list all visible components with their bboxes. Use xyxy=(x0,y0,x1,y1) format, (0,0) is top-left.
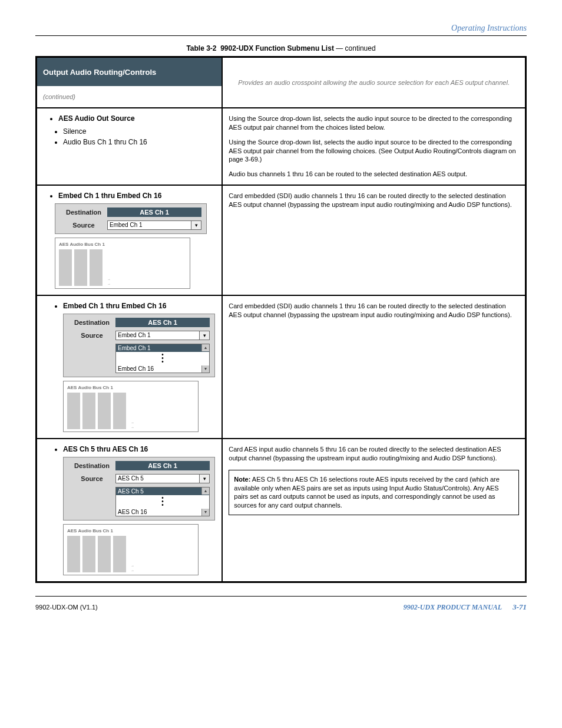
table-row: AES Ch 5 thru AES Ch 16 Destination AES … xyxy=(37,439,526,582)
dropdown-option[interactable]: AES Ch 16 xyxy=(116,508,209,516)
function-table: Output Audio Routing/Controls (continued… xyxy=(35,56,527,583)
scroll-up-icon[interactable]: ▴ xyxy=(201,487,209,495)
list-item: Silence xyxy=(63,127,216,136)
destination-chip: AES Ch 1 xyxy=(115,461,210,470)
destination-label: Destination xyxy=(68,462,115,469)
diagram-output: →→ xyxy=(105,278,186,286)
diagram-block xyxy=(98,536,111,572)
source-dropdown-list[interactable]: ▴ AES Ch 5 ••• AES Ch 16 ▾ xyxy=(115,487,210,516)
list-item: Embed Ch 1 thru Embed Ch 16 xyxy=(63,302,216,310)
chevron-down-icon: ▾ xyxy=(191,221,201,229)
diagram-output: →→ xyxy=(128,421,194,429)
table-title-mid: 9902-UDX Function Submenu List xyxy=(220,44,334,52)
footer-mid: 9902-UDX PRODUCT MANUAL xyxy=(404,603,502,612)
fn-column-header: Provides an audio crosspoint allowing th… xyxy=(223,74,525,91)
note-heading: Note: xyxy=(234,476,250,483)
intro-text: Using the Source drop-down list, selects… xyxy=(229,114,519,132)
bus-diagram: AES Audio Bus Ch 1 →→ xyxy=(55,238,190,289)
source-dropdown-list[interactable]: ▴ Embed Ch 1 ••• Embed Ch 16 ▾ xyxy=(115,344,210,373)
source-select[interactable]: AES Ch 5 ▾ xyxy=(115,474,210,483)
diagram-block xyxy=(98,393,111,429)
diagram-output: →→ xyxy=(128,564,194,572)
source-select-value: Embed Ch 1 xyxy=(116,331,199,340)
aes-out-source-label: AES Audio Out Source xyxy=(58,114,135,123)
chevron-down-icon: ▾ xyxy=(199,331,209,340)
destination-chip: AES Ch 1 xyxy=(115,318,210,327)
aes-desc: Card AES input audio channels 5 thru 16 … xyxy=(229,445,519,463)
source-panel: Destination AES Ch 1 Source Embed Ch 1 ▾ xyxy=(55,203,207,234)
embed-desc: Card embedded (SDI) audio channels 1 thr… xyxy=(229,192,519,209)
diagram-block xyxy=(74,249,87,286)
diagram-block xyxy=(113,393,126,429)
diagram-title: AES Audio Bus Ch 1 xyxy=(59,242,186,247)
diagram-block xyxy=(67,393,80,429)
table-title: Table 3-2 9902-UDX Function Submenu List… xyxy=(35,44,527,52)
header-right: Operating Instructions xyxy=(35,24,527,33)
note-body: AES Ch 5 thru AES Ch 16 selections route… xyxy=(234,476,500,509)
table-header-row: Output Audio Routing/Controls (continued… xyxy=(37,57,526,108)
row2-desc: Audio bus channels 1 thru 16 can be rout… xyxy=(229,170,519,179)
source-select-value: Embed Ch 1 xyxy=(108,221,191,229)
diagram-block xyxy=(90,249,103,286)
diagram-block xyxy=(59,249,72,286)
footer: 9902-UDX-OM (V1.1) 9902-UDX PRODUCT MANU… xyxy=(35,602,527,612)
row1-desc: Using the Source drop-down list, selects… xyxy=(229,138,519,164)
list-item: Audio Bus Ch 1 thru Ch 16 xyxy=(63,138,216,146)
source-panel-open: Destination AES Ch 1 Source AES Ch 5 ▾ ▴… xyxy=(63,457,215,521)
table-row: AES Audio Out Source Silence Audio Bus C… xyxy=(37,108,526,185)
destination-label: Destination xyxy=(68,319,115,326)
list-item: AES Audio Out Source xyxy=(58,114,216,123)
diagram-title: AES Audio Bus Ch 1 xyxy=(67,385,194,390)
page-number: 3-71 xyxy=(513,602,527,612)
section-header-bar: Output Audio Routing/Controls xyxy=(37,58,222,86)
bus-diagram: AES Audio Bus Ch 1 →→ xyxy=(63,381,199,432)
footer-rule xyxy=(35,596,527,597)
destination-chip: AES Ch 1 xyxy=(107,207,201,217)
page: Operating Instructions Table 3-2 9902-UD… xyxy=(0,0,562,728)
footer-left: 9902-UDX-OM (V1.1) xyxy=(35,604,98,611)
source-select-value: AES Ch 5 xyxy=(116,475,199,483)
source-panel-open: Destination AES Ch 1 Source Embed Ch 1 ▾… xyxy=(63,314,215,377)
scroll-down-icon[interactable]: ▾ xyxy=(201,365,209,373)
list-item: AES Ch 5 thru AES Ch 16 xyxy=(63,445,216,453)
dropdown-option[interactable]: Embed Ch 16 xyxy=(116,365,209,373)
chevron-down-icon: ▾ xyxy=(199,475,209,483)
source-select[interactable]: Embed Ch 1 ▾ xyxy=(107,220,201,230)
scroll-up-icon[interactable]: ▴ xyxy=(201,344,209,351)
table-title-suffix: — continued xyxy=(336,44,375,52)
diagram-block xyxy=(82,393,95,429)
note-box: Note: AES Ch 5 thru AES Ch 16 selections… xyxy=(229,470,519,515)
table-row: Embed Ch 1 thru Embed Ch 16 Destination … xyxy=(37,185,526,295)
diagram-title: AES Audio Bus Ch 1 xyxy=(67,528,194,533)
table-title-prefix: Table 3-2 xyxy=(186,44,216,52)
section-header-label: Output Audio Routing/Controls xyxy=(43,68,156,77)
source-label: Source xyxy=(68,475,115,482)
bus-diagram: AES Audio Bus Ch 1 →→ xyxy=(63,524,199,575)
diagram-block xyxy=(113,536,126,572)
diagram-block xyxy=(82,536,95,572)
source-label: Source xyxy=(60,222,107,229)
dropdown-ellipsis: ••• xyxy=(116,352,209,365)
dropdown-ellipsis: ••• xyxy=(116,495,209,508)
continued-label: (continued) xyxy=(37,86,222,107)
scroll-down-icon[interactable]: ▾ xyxy=(201,509,209,516)
diagram-block xyxy=(67,536,80,572)
header-rule xyxy=(35,35,527,36)
table-row: Embed Ch 1 thru Embed Ch 16 Destination … xyxy=(37,295,526,439)
source-label: Source xyxy=(68,332,115,339)
list-item: Embed Ch 1 thru Embed Ch 16 xyxy=(58,192,216,200)
source-select[interactable]: Embed Ch 1 ▾ xyxy=(115,331,210,340)
destination-label: Destination xyxy=(60,209,107,216)
embed-desc-2: Card embedded (SDI) audio channels 1 thr… xyxy=(229,302,519,319)
